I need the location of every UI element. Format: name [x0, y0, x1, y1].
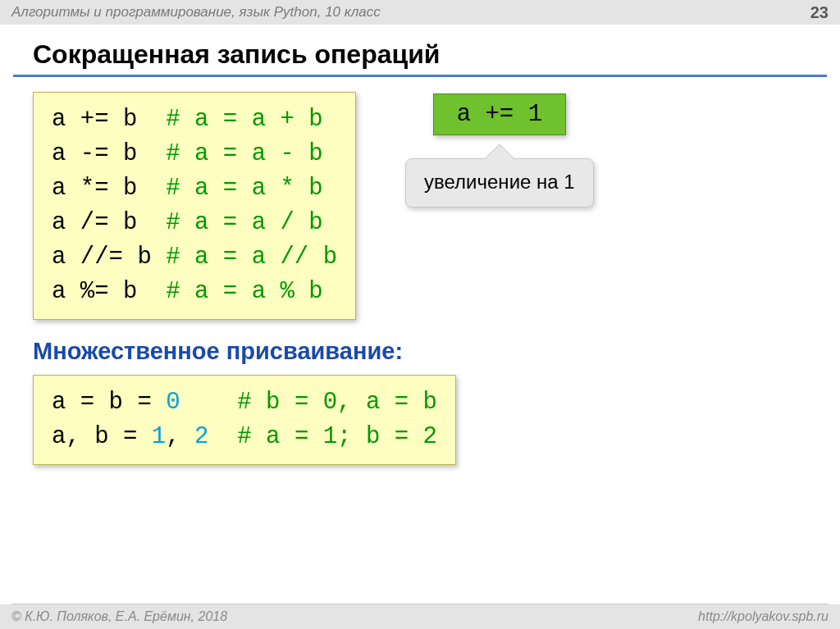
code-line: a, b = 1, 2 # a = 1; b = 2: [52, 420, 437, 454]
title-underline: [13, 75, 827, 77]
code-comment: # b = 0, a = b: [237, 389, 437, 416]
code-comment: # a = a / b: [166, 209, 322, 236]
code-text: [180, 389, 238, 416]
code-text: ,: [166, 423, 194, 450]
callout-box: увеличение на 1: [405, 158, 594, 207]
code-block-multiple: a = b = 0 # b = 0, a = ba, b = 1, 2 # a …: [33, 375, 456, 465]
row-top: a += b # a = a + ba -= b # a = a - ba *=…: [33, 92, 807, 320]
content-area: a += b # a = a + ba -= b # a = a - ba *=…: [0, 92, 840, 465]
highlight-box: a += 1: [433, 93, 566, 135]
code-number: 2: [194, 423, 208, 450]
page-number: 23: [810, 3, 829, 22]
code-line: a %= b # a = a % b: [52, 275, 337, 309]
code-comment: # a = a + b: [166, 106, 322, 133]
code-line: a += b # a = a + b: [52, 103, 337, 137]
code-line: a = b = 0 # b = 0, a = b: [52, 385, 437, 420]
code-text: a += b: [52, 106, 166, 133]
highlight-code: a += 1: [457, 101, 542, 128]
code-text: a //= b: [52, 244, 166, 271]
breadcrumb: Алгоритмы и программирование, язык Pytho…: [11, 4, 381, 21]
code-block-operations: a += b # a = a + ba -= b # a = a - ba *=…: [33, 92, 356, 320]
slide-footer: © К.Ю. Поляков, Е.А. Ерёмин, 2018 http:/…: [0, 604, 840, 629]
code-comment: # a = a * b: [166, 175, 322, 202]
code-text: a /= b: [52, 209, 166, 236]
code-number: 1: [152, 423, 166, 450]
subheading: Множественное присваивание:: [33, 338, 807, 365]
code-text: a = b =: [52, 389, 166, 416]
page-title: Сокращенная запись операций: [33, 39, 840, 70]
code-comment: # a = 1; b = 2: [237, 423, 437, 450]
code-line: a -= b # a = a - b: [52, 137, 337, 171]
code-text: a %= b: [52, 278, 166, 305]
callout-text: увеличение на 1: [424, 171, 575, 193]
right-column: a += 1 увеличение на 1: [405, 93, 594, 207]
code-line: a /= b # a = a / b: [52, 206, 337, 240]
copyright: © К.Ю. Поляков, Е.А. Ерёмин, 2018: [11, 609, 227, 624]
code-text: a -= b: [52, 140, 166, 167]
code-number: 0: [166, 389, 180, 416]
code-text: a, b =: [52, 423, 152, 450]
code-comment: # a = a % b: [166, 278, 322, 305]
code-line: a *= b # a = a * b: [52, 171, 337, 206]
source-url: http://kpolyakov.spb.ru: [698, 609, 829, 624]
slide-header: Алгоритмы и программирование, язык Pytho…: [0, 0, 840, 25]
code-text: [208, 423, 237, 450]
code-text: a *= b: [52, 175, 166, 202]
code-comment: # a = a // b: [166, 244, 337, 271]
code-line: a //= b # a = a // b: [52, 240, 337, 275]
code-comment: # a = a - b: [166, 140, 322, 167]
